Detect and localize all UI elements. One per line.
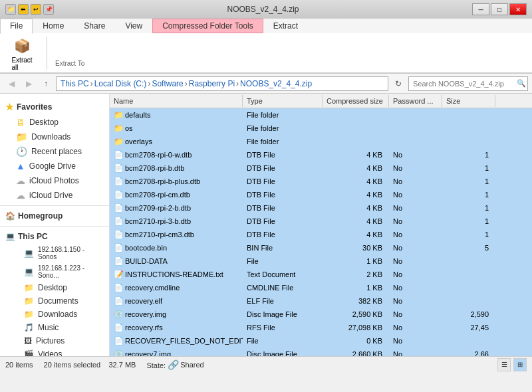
sidebar-item-desktop[interactable]: 🖥 Desktop (0, 115, 109, 130)
file-compressed-cell: 2,660 KB (323, 349, 389, 357)
favorites-header[interactable]: ★ Favorites (0, 99, 109, 115)
file-size-cell (442, 286, 495, 289)
file-icon: 📄 (114, 150, 124, 159)
sidebar-item-icloud-drive[interactable]: ☁ iCloud Drive (0, 188, 109, 203)
file-compressed-cell: 4 KB (323, 176, 389, 187)
selected-count: 20 items selected 32.7 MB (44, 361, 136, 369)
sidebar-divider-1 (0, 205, 109, 206)
redo-icon[interactable]: ↩ (31, 4, 41, 15)
table-row[interactable]: 📄 bcm2708-rpi-b-plus.dtb DTB File 4 KB N… (110, 175, 532, 188)
table-row[interactable]: 💿 recovery7.img Disc Image File 2,660 KB… (110, 347, 532, 356)
quick-access-icon[interactable]: ⬅ (18, 4, 29, 15)
search-icon[interactable]: 🔍 (517, 79, 526, 88)
table-row[interactable]: 📄 bcm2708-rpi-0-w.dtb DTB File 4 KB No 1 (110, 148, 532, 161)
file-name: recovery.rfs (125, 324, 163, 332)
ribbon: File Home Share View Compressed Folder T… (0, 19, 532, 74)
details-view-button[interactable]: ☰ (497, 358, 511, 371)
homegroup-header[interactable]: 🏠 Homegroup (0, 209, 109, 223)
thispc-header[interactable]: 💻 This PC (0, 229, 109, 244)
table-row[interactable]: 💿 recovery.img Disc Image File 2,590 KB … (110, 308, 532, 321)
table-row[interactable]: 📁 os File folder (110, 122, 532, 135)
sidebar-item-videos[interactable]: 🎬 Videos (0, 347, 109, 356)
file-password-cell (389, 127, 442, 130)
column-type[interactable]: Type (243, 95, 323, 107)
file-size-cell: 1 (442, 163, 495, 173)
table-row[interactable]: 📝 INSTRUCTIONS-README.txt Text Document … (110, 268, 532, 281)
path-part-thispc[interactable]: This PC (61, 79, 89, 88)
path-part-zip[interactable]: NOOBS_v2_4_4.zip (240, 79, 312, 88)
share-icon: 🔗 (168, 359, 179, 370)
file-password-cell (389, 114, 442, 116)
sidebar-item-sonos2[interactable]: 💻 192.168.1.223 - Sono... (0, 262, 109, 281)
file-icon: 📄 (114, 203, 124, 213)
table-row[interactable]: 📄 bootcode.bin BIN File 30 KB No 5 (110, 241, 532, 254)
tab-extract[interactable]: Extract (263, 19, 308, 33)
close-button[interactable]: ✕ (509, 3, 527, 15)
table-row[interactable]: 📄 bcm2708-rpi-b.dtb DTB File 4 KB No 1 (110, 161, 532, 175)
forward-button[interactable]: ▶ (21, 76, 36, 91)
file-icon: 📄 (114, 336, 124, 345)
path-part-software[interactable]: Software (152, 79, 183, 88)
table-row[interactable]: 📄 bcm2710-rpi-3-b.dtb DTB File 4 KB No 1 (110, 215, 532, 228)
tab-home[interactable]: Home (33, 19, 74, 33)
sidebar-item-documents[interactable]: 📁 Documents (0, 294, 109, 308)
minimize-button[interactable]: ─ (472, 3, 489, 15)
table-row[interactable]: 📁 overlays File folder (110, 135, 532, 148)
path-part-localdisk[interactable]: Local Disk (C:) (94, 79, 147, 88)
sidebar-label-pictures: Pictures (36, 336, 65, 345)
file-password-cell: No (389, 176, 442, 187)
sidebar-item-recent[interactable]: 🕐 Recent places (0, 144, 109, 159)
table-row[interactable]: 📄 RECOVERY_FILES_DO_NOT_EDIT File 0 KB N… (110, 334, 532, 347)
sidebar-item-downloads[interactable]: 📁 Downloads (0, 130, 109, 144)
maximize-button[interactable]: □ (491, 3, 508, 15)
path-part-raspberrypi[interactable]: Raspberry Pi (189, 79, 235, 88)
table-row[interactable]: 📄 BUILD-DATA File 1 KB No (110, 254, 532, 268)
sidebar-item-icloud-photos[interactable]: ☁ iCloud Photos (0, 173, 109, 188)
tab-view[interactable]: View (115, 19, 152, 33)
file-compressed-cell: 382 KB (323, 296, 389, 306)
column-compressed[interactable]: Compressed size (323, 95, 389, 107)
sidebar-item-gdrive[interactable]: ▲ Google Drive (0, 159, 109, 173)
file-name: bcm2708-rpi-b.dtb (125, 164, 184, 172)
downloads-icon: 📁 (16, 132, 27, 142)
sidebar-item-pictures[interactable]: 🖼 Pictures (0, 334, 109, 347)
ribbon-content: 📦 Extractall Extract To (0, 33, 532, 73)
sidebar-label-videos: Videos (38, 349, 62, 356)
ribbon-tabs: File Home Share View Compressed Folder T… (0, 19, 532, 33)
sidebar-item-music[interactable]: 🎵 Music (0, 321, 109, 334)
up-button[interactable]: ↑ (39, 76, 53, 91)
tab-share[interactable]: Share (74, 19, 115, 33)
gdrive-icon: ▲ (16, 161, 25, 171)
table-row[interactable]: 📄 recovery.rfs RFS File 27,098 KB No 27,… (110, 321, 532, 334)
file-size-cell: 2,66 (442, 349, 495, 357)
search-input[interactable] (408, 76, 528, 91)
extract-to-label: Extract To (55, 60, 84, 70)
extract-all-button[interactable]: 📦 Extractall (5, 32, 39, 74)
address-path[interactable]: This PC › Local Disk (C:) › Software › R… (56, 76, 388, 91)
pc-desktop-icon: 📁 (24, 283, 34, 292)
refresh-button[interactable]: ↻ (391, 76, 406, 91)
table-row[interactable]: 📄 bcm2709-rpi-2-b.dtb DTB File 4 KB No 1 (110, 201, 532, 215)
list-view-button[interactable]: ⊞ (513, 358, 527, 371)
pin-icon[interactable]: 📌 (43, 4, 54, 15)
file-size-cell: 1 (442, 203, 495, 213)
table-row[interactable]: 📄 recovery.cmdline CMDLINE File 1 KB No (110, 281, 532, 294)
table-row[interactable]: 📄 recovery.elf ELF File 382 KB No (110, 294, 532, 308)
table-row[interactable]: 📄 bcm2710-rpi-cm3.dtb DTB File 4 KB No 1 (110, 228, 532, 241)
window-title: NOOBS_v2_4_4.zip (227, 5, 299, 14)
file-password-cell: No (389, 203, 442, 213)
back-button[interactable]: ◀ (4, 76, 19, 91)
sidebar-item-sonos1[interactable]: 💻 192.168.1.150 - Sonos (0, 244, 109, 262)
sidebar-item-pc-downloads[interactable]: 📁 Downloads (0, 308, 109, 321)
table-row[interactable]: 📄 bcm2708-rpi-cm.dtb DTB File 4 KB No 1 (110, 188, 532, 201)
table-row[interactable]: 📁 defaults File folder (110, 108, 532, 122)
homegroup-label: Homegroup (18, 211, 63, 221)
tab-compressed-folder-tools[interactable]: Compressed Folder Tools (152, 19, 263, 33)
file-type-cell: DTB File (243, 176, 323, 187)
file-size-cell: 1 (442, 176, 495, 187)
column-password[interactable]: Password ... (389, 95, 442, 107)
file-password-cell: No (389, 322, 442, 333)
column-name[interactable]: Name (110, 95, 243, 107)
column-size[interactable]: Size (442, 95, 495, 107)
sidebar-item-pc-desktop[interactable]: 📁 Desktop (0, 281, 109, 294)
